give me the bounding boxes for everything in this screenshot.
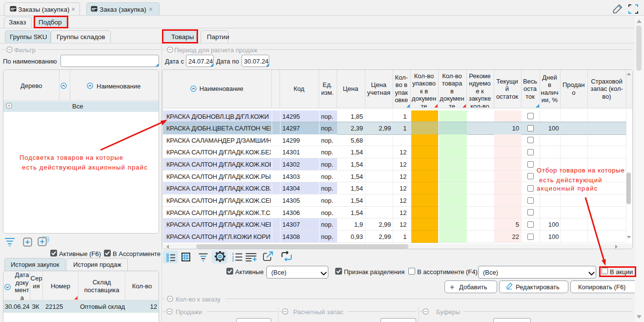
svg-text:3: 3 [232,258,234,261]
